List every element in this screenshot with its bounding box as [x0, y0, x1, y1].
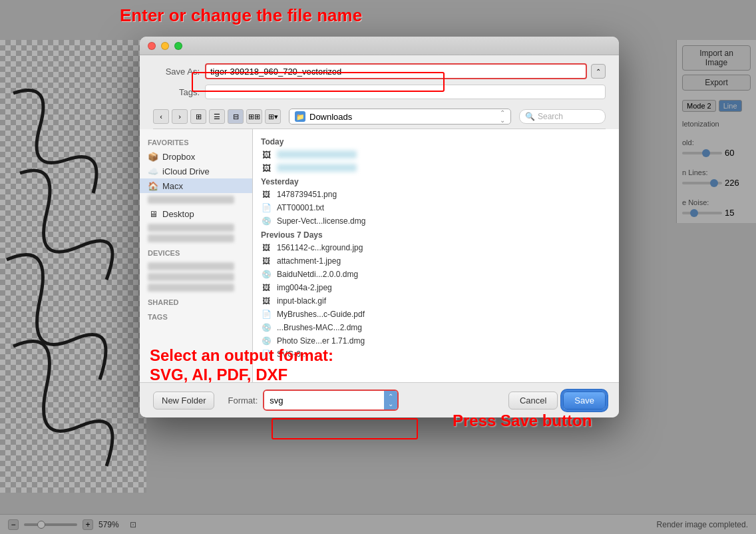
format-row: New Folder Format: svg ai pdf dxf ⌃⌄ Can… — [140, 382, 619, 417]
sidebar-icloud-label: iCloud Drive — [162, 166, 210, 176]
sidebar-dropbox-label: Dropbox — [162, 152, 195, 162]
sidebar-item-dropbox[interactable]: 📦 Dropbox — [140, 149, 252, 164]
dialog-content: Favorites 📦 Dropbox ☁️ iCloud Drive 🏠 Ma… — [140, 129, 619, 382]
action-buttons: Cancel Save — [508, 392, 606, 409]
file-item-p2[interactable]: 💿 BaiduNetdi...2.0.0.dmg — [253, 268, 619, 281]
sidebar-blurred-item-2 — [148, 224, 234, 232]
format-select-wrapper: svg ai pdf dxf ⌃⌄ — [263, 390, 399, 411]
format-select[interactable]: svg ai pdf dxf — [264, 391, 384, 409]
file-icon-p5: 📄 — [261, 309, 272, 320]
close-button[interactable] — [148, 42, 156, 50]
tags-label: Tags: — [153, 87, 200, 97]
today-blurred-name-2 — [277, 164, 357, 172]
sidebar-blurred-item-5 — [148, 273, 234, 281]
sidebar-item-icloud[interactable]: ☁️ iCloud Drive — [140, 164, 252, 178]
yesterday-header: Yesterday — [253, 174, 619, 188]
forward-button[interactable]: › — [172, 109, 188, 124]
location-chevron[interactable]: ⌃⌄ — [500, 109, 505, 124]
file-name-p6: ...Brushes-MAC...2.dmg — [277, 323, 362, 332]
file-list: Today 🖼 🖼 Yesterday 🖼 1478739451.png 📄 A… — [253, 129, 619, 382]
dropbox-icon: 📦 — [148, 151, 158, 162]
file-icon-p1: 🖼 — [261, 256, 272, 266]
file-item-p6[interactable]: 💿 ...Brushes-MAC...2.dmg — [253, 321, 619, 334]
dialog-body: Save As: ⌃ Tags: ‹ › ⊞ ☰ ⊟ ⊞⊞ ⊞▾ 📁 Downl… — [140, 55, 619, 129]
sidebar-item-macx[interactable]: 🏠 Macx — [140, 178, 252, 193]
file-name-p0: 1561142-c...kground.jpg — [277, 243, 363, 252]
today-blurred-name-1 — [277, 150, 357, 158]
search-box[interactable]: 🔍 Search — [519, 109, 606, 124]
file-name-p4: input-black.gif — [277, 296, 326, 306]
folder-icon: 📁 — [295, 111, 305, 122]
save-dialog: Save As: ⌃ Tags: ‹ › ⊞ ☰ ⊟ ⊞⊞ ⊞▾ 📁 Downl… — [140, 37, 619, 417]
previous7-header: Previous 7 Days — [253, 228, 619, 241]
shared-section-label: Shared — [140, 294, 252, 309]
file-item-p7[interactable]: 💿 Photo Size...er 1.71.dmg — [253, 334, 619, 348]
today-blurred-2[interactable]: 🖼 — [253, 161, 619, 174]
column-view-button[interactable]: ⊟ — [228, 109, 244, 124]
macx-icon: 🏠 — [148, 180, 158, 191]
file-item-p0[interactable]: 🖼 1561142-c...kground.jpg — [253, 241, 619, 254]
today-blurred-1[interactable]: 🖼 — [253, 148, 619, 161]
file-icon-p4: 🖼 — [261, 296, 272, 306]
format-select-arrow[interactable]: ⌃⌄ — [384, 391, 397, 409]
file-name-p8: SVG-0... — [277, 350, 307, 359]
sidebar-item-desktop[interactable]: 🖥 Desktop — [140, 206, 252, 221]
save-button[interactable]: Save — [563, 392, 606, 409]
icloud-icon: ☁️ — [148, 166, 158, 176]
favorites-section-label: Favorites — [140, 134, 252, 149]
file-icon-0: 🖼 — [261, 189, 272, 200]
search-placeholder: Search — [538, 112, 563, 121]
file-name-2: Super-Vect...license.dmg — [277, 216, 365, 226]
file-item-1[interactable]: 📄 ATT00001.txt — [253, 201, 619, 214]
file-icon-p6: 💿 — [261, 322, 272, 333]
expand-button[interactable]: ⌃ — [591, 64, 606, 79]
tags-input[interactable] — [205, 85, 606, 99]
arrange-button[interactable]: ⊞▾ — [265, 109, 281, 124]
sidebar-blurred-item-1 — [148, 196, 234, 204]
file-item-p8[interactable]: 📄 SVG-0... — [253, 348, 619, 361]
sidebar-desktop-label: Desktop — [162, 209, 194, 219]
file-name-p7: Photo Size...er 1.71.dmg — [277, 336, 365, 346]
cancel-button[interactable]: Cancel — [508, 392, 558, 409]
format-label: Format: — [228, 396, 258, 405]
file-name-p2: BaiduNetdi...2.0.0.dmg — [277, 270, 358, 279]
sidebar-blurred-item-4 — [148, 262, 234, 270]
cover-flow-button[interactable]: ⊞⊞ — [246, 109, 262, 124]
save-as-label: Save As: — [153, 67, 200, 77]
file-icon-2: 💿 — [261, 216, 272, 226]
file-name-p5: MyBrushes...c-Guide.pdf — [277, 310, 365, 319]
file-item-p3[interactable]: 🖼 img004a-2.jpeg — [253, 281, 619, 294]
file-name-0: 1478739451.png — [277, 190, 337, 199]
file-item-2[interactable]: 💿 Super-Vect...license.dmg — [253, 214, 619, 228]
file-icon-1: 📄 — [261, 202, 272, 213]
file-item-p5[interactable]: 📄 MyBrushes...c-Guide.pdf — [253, 308, 619, 321]
file-item-p4[interactable]: 🖼 input-black.gif — [253, 294, 619, 308]
maximize-button[interactable] — [174, 42, 182, 50]
today-icon-2: 🖼 — [261, 162, 272, 173]
file-item-p1[interactable]: 🖼 attachment-1.jpeg — [253, 254, 619, 268]
toolbar-row: ‹ › ⊞ ☰ ⊟ ⊞⊞ ⊞▾ 📁 Downloads ⌃⌄ 🔍 Search — [153, 105, 606, 129]
file-item-0[interactable]: 🖼 1478739451.png — [253, 188, 619, 201]
file-name-1: ATT00001.txt — [277, 203, 324, 212]
dialog-titlebar — [140, 37, 619, 55]
file-icon-p8: 📄 — [261, 349, 272, 360]
sidebar-blurred-item-6 — [148, 284, 234, 292]
tags-section-label: Tags — [140, 309, 252, 324]
save-as-input[interactable] — [205, 63, 587, 79]
location-text: Downloads — [309, 112, 352, 122]
file-icon-p7: 💿 — [261, 336, 272, 346]
sidebar-macx-label: Macx — [162, 181, 183, 191]
back-button[interactable]: ‹ — [153, 109, 169, 124]
list-view-button[interactable]: ☰ — [209, 109, 225, 124]
devices-section-label: Devices — [140, 245, 252, 260]
icon-view-button[interactable]: ⊞ — [190, 109, 206, 124]
new-folder-button[interactable]: New Folder — [153, 392, 214, 409]
file-icon-p2: 💿 — [261, 269, 272, 280]
save-as-row: Save As: ⌃ — [153, 63, 606, 79]
file-icon-p3: 🖼 — [261, 282, 272, 293]
search-icon: 🔍 — [525, 112, 535, 121]
file-icon-p0: 🖼 — [261, 242, 272, 253]
sidebar-blurred-item-3 — [148, 234, 234, 242]
minimize-button[interactable] — [161, 42, 169, 50]
today-icon-1: 🖼 — [261, 149, 272, 160]
